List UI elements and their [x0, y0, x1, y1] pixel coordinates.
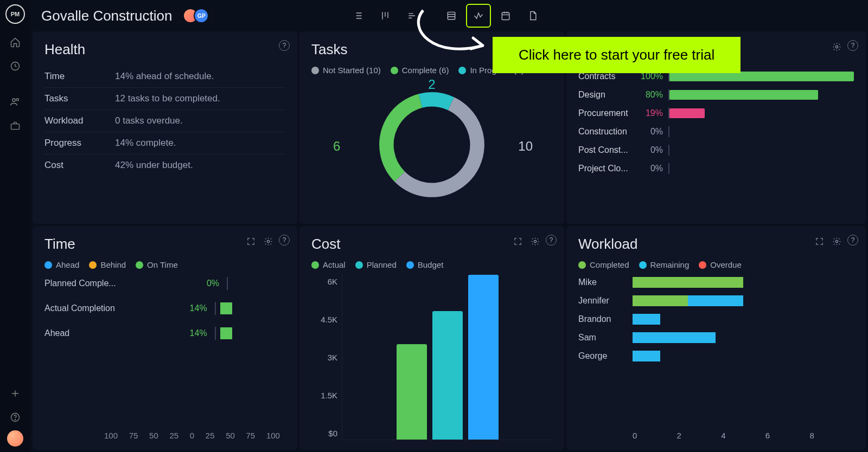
user-avatar[interactable] [7, 430, 23, 447]
gear-icon[interactable] [830, 235, 843, 248]
health-row: Workload0 tasks overdue. [44, 110, 285, 132]
view-gantt-icon[interactable] [401, 5, 424, 27]
legend-dot [391, 67, 398, 74]
progress-label: Project Clo... [578, 164, 633, 173]
help-icon[interactable]: ? [279, 40, 290, 51]
legend-label: Behind [100, 260, 126, 269]
legend-dot [136, 261, 143, 269]
health-row: Progress14% complete. [44, 132, 285, 154]
help-icon[interactable]: ? [546, 235, 557, 246]
svg-rect-3 [11, 124, 20, 130]
legend-item[interactable]: Ahead [44, 260, 79, 269]
plus-icon[interactable] [4, 383, 26, 404]
legend-item[interactable]: Remaining [639, 260, 690, 269]
legend-item[interactable]: Budget [406, 260, 444, 269]
expand-icon[interactable] [511, 235, 524, 248]
cost-bar-budget [468, 275, 499, 440]
legend-dot [406, 261, 414, 269]
cost-bar-actual [397, 344, 427, 440]
progress-row: Design 80% [578, 90, 854, 100]
workload-bar [633, 351, 854, 361]
legend-dot [578, 261, 586, 269]
avatar-stack[interactable]: GP [183, 8, 209, 23]
workload-bar [633, 314, 854, 325]
legend-item[interactable]: Actual [311, 260, 346, 269]
view-tabs [347, 5, 544, 27]
time-legend: AheadBehindOn Time [44, 260, 285, 269]
progress-bar [668, 145, 854, 155]
cta-banner[interactable]: Click here to start your free trial [493, 37, 741, 73]
view-list-icon[interactable] [347, 5, 369, 27]
clock-icon[interactable] [4, 55, 26, 77]
help-icon[interactable]: ? [279, 235, 290, 246]
side-rail: PM [0, 0, 30, 452]
expand-icon[interactable] [244, 235, 257, 248]
time-bar [220, 327, 232, 339]
progress-pct: 80% [638, 90, 663, 100]
health-title: Health [44, 41, 285, 58]
donut-val-right: 10 [518, 139, 533, 154]
view-file-icon[interactable] [521, 5, 544, 27]
expand-icon[interactable] [813, 235, 826, 248]
time-label: Actual Completion [44, 304, 126, 313]
workload-bar [633, 332, 854, 343]
workload-seg [688, 295, 743, 306]
help-icon[interactable]: ? [847, 235, 858, 246]
legend-item[interactable]: Overdue [699, 260, 742, 269]
legend-item[interactable]: Completed [578, 260, 629, 269]
health-value: 0 tasks overdue. [115, 115, 183, 126]
svg-point-14 [534, 240, 536, 242]
progress-label: Procurement [578, 108, 633, 118]
view-board-icon[interactable] [374, 5, 397, 27]
view-sheet-icon[interactable] [440, 5, 463, 27]
svg-point-12 [835, 46, 838, 48]
avatar-2[interactable]: GP [194, 8, 209, 23]
briefcase-icon[interactable] [4, 115, 26, 137]
workload-name: George [578, 351, 627, 361]
progress-label: Post Const... [578, 145, 633, 155]
legend-item[interactable]: Planned [355, 260, 397, 269]
health-label: Cost [44, 160, 115, 171]
health-row: Tasks12 tasks to be completed. [44, 88, 285, 110]
view-dashboard-icon[interactable] [467, 5, 490, 27]
people-icon[interactable] [4, 91, 26, 113]
workload-name: Brandon [578, 314, 627, 324]
workload-seg [633, 314, 660, 325]
svg-point-5 [15, 419, 16, 420]
home-icon[interactable] [4, 31, 26, 53]
help-icon[interactable] [4, 406, 26, 428]
project-title: Govalle Construction [41, 8, 172, 24]
app-logo[interactable]: PM [5, 4, 25, 24]
health-label: Tasks [44, 93, 115, 104]
panel-health: ? Health Time14% ahead of schedule.Tasks… [33, 31, 297, 224]
cost-chart [342, 275, 552, 440]
health-value: 12 tasks to be completed. [115, 93, 220, 104]
legend-dot [311, 67, 319, 74]
workload-name: Jennifer [578, 296, 627, 306]
svg-rect-6 [448, 12, 455, 19]
gear-icon[interactable] [830, 40, 843, 53]
svg-point-13 [267, 240, 269, 242]
legend-item[interactable]: Not Started (10) [311, 66, 381, 75]
progress-label: Construction [578, 127, 633, 137]
time-label: Planned Comple... [44, 279, 126, 288]
legend-item[interactable]: Complete (6) [391, 66, 449, 75]
time-pct: 14% [178, 304, 210, 313]
time-pct: 14% [178, 328, 210, 338]
help-icon[interactable]: ? [847, 40, 858, 51]
legend-item[interactable]: On Time [136, 260, 178, 269]
progress-bar [668, 127, 854, 137]
time-label: Ahead [44, 328, 126, 338]
gear-icon[interactable] [528, 235, 541, 248]
gear-icon[interactable] [261, 235, 275, 248]
progress-pct: 0% [638, 145, 663, 155]
progress-label: Design [578, 90, 633, 100]
legend-item[interactable]: Behind [89, 260, 126, 269]
svg-point-15 [835, 240, 838, 242]
legend-dot [311, 261, 319, 269]
legend-label: Completed [590, 260, 629, 269]
legend-dot [639, 261, 647, 269]
workload-legend: CompletedRemainingOverdue [578, 260, 854, 269]
view-calendar-icon[interactable] [494, 5, 517, 27]
health-label: Workload [44, 115, 115, 126]
